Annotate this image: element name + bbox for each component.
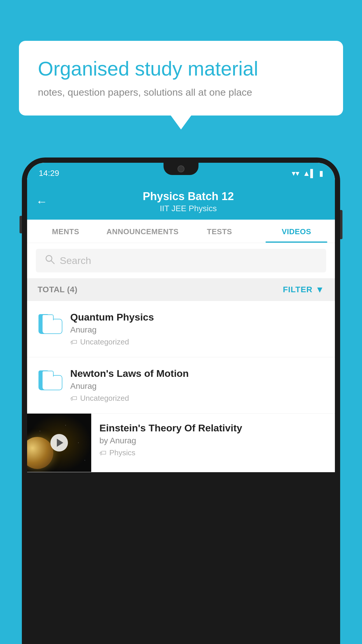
- phone-mockup: 14:29 ▾▾ ▲▌ ▮ ← Physics Batch 12 IIT JEE…: [22, 158, 340, 644]
- video-author: Anurag: [70, 325, 326, 335]
- tab-tests[interactable]: TESTS: [181, 220, 258, 243]
- video-tag: 🏷 Uncategorized: [70, 394, 326, 403]
- battery-icon: ▮: [319, 169, 323, 178]
- status-time: 14:29: [39, 169, 59, 178]
- phone-outer-shell: 14:29 ▾▾ ▲▌ ▮ ← Physics Batch 12 IIT JEE…: [22, 158, 340, 644]
- tag-label: Uncategorized: [80, 337, 129, 346]
- folder-front: [42, 375, 62, 390]
- list-item[interactable]: Newton's Laws of Motion Anurag 🏷 Uncateg…: [27, 357, 335, 414]
- tab-announcements[interactable]: ANNOUNCEMENTS: [104, 220, 181, 243]
- search-icon: [45, 254, 55, 267]
- folder-icon-container: [36, 368, 62, 394]
- total-count: TOTAL (4): [38, 285, 78, 294]
- filter-bar: TOTAL (4) FILTER ▼: [27, 278, 335, 301]
- video-item-info: Einstein's Theory Of Relativity by Anura…: [91, 414, 326, 466]
- video-title: Einstein's Theory Of Relativity: [99, 422, 326, 434]
- batch-tags: IIT JEE Physics: [53, 204, 323, 213]
- speech-bubble-subtitle: notes, question papers, solutions all at…: [38, 87, 324, 98]
- search-input[interactable]: Search: [60, 255, 91, 266]
- video-title: Quantum Physics: [70, 312, 326, 323]
- phone-notch: [164, 163, 198, 175]
- tab-ments[interactable]: MENTS: [27, 220, 104, 243]
- video-item-info: Newton's Laws of Motion Anurag 🏷 Uncateg…: [70, 368, 326, 403]
- camera: [178, 165, 184, 172]
- content-area: Quantum Physics Anurag 🏷 Uncategorized: [27, 301, 335, 472]
- speech-bubble-title: Organised study material: [38, 57, 324, 81]
- list-item[interactable]: Quantum Physics Anurag 🏷 Uncategorized: [27, 301, 335, 357]
- status-bar: 14:29 ▾▾ ▲▌ ▮: [27, 163, 335, 184]
- play-icon: [57, 439, 63, 447]
- volume-button: [20, 216, 22, 233]
- speech-bubble-section: Organised study material notes, question…: [19, 41, 343, 116]
- phone-screen: 14:29 ▾▾ ▲▌ ▮ ← Physics Batch 12 IIT JEE…: [27, 163, 335, 472]
- app-header: ← Physics Batch 12 IIT JEE Physics: [27, 184, 335, 220]
- video-item-info: Quantum Physics Anurag 🏷 Uncategorized: [70, 312, 326, 346]
- signal-icon: ▲▌: [303, 169, 316, 178]
- folder-icon: [38, 315, 59, 334]
- wifi-icon: ▾▾: [292, 169, 299, 178]
- video-author: by Anurag: [99, 436, 326, 445]
- folder-icon-container: [36, 312, 62, 338]
- filter-button[interactable]: FILTER ▼: [283, 285, 324, 295]
- tag-icon: 🏷: [70, 394, 77, 402]
- video-title: Newton's Laws of Motion: [70, 368, 326, 379]
- video-tag: 🏷 Uncategorized: [70, 337, 326, 346]
- video-tag: 🏷 Physics: [99, 448, 326, 457]
- back-button[interactable]: ←: [36, 195, 48, 208]
- header-title-block: Physics Batch 12 IIT JEE Physics: [53, 190, 323, 213]
- play-button[interactable]: [50, 434, 68, 452]
- batch-title: Physics Batch 12: [53, 190, 323, 203]
- search-bar[interactable]: Search: [36, 249, 326, 272]
- tag-icon: 🏷: [70, 338, 77, 346]
- tag-label: Uncategorized: [80, 394, 129, 403]
- video-author: Anurag: [70, 382, 326, 391]
- video-thumbnail: [27, 414, 91, 472]
- power-button: [340, 210, 342, 239]
- tab-videos[interactable]: VIDEOS: [258, 220, 335, 243]
- filter-icon: ▼: [315, 285, 324, 295]
- search-bar-container: Search: [27, 243, 335, 278]
- tabs-bar: MENTS ANNOUNCEMENTS TESTS VIDEOS: [27, 220, 335, 243]
- folder-icon: [38, 372, 59, 390]
- tag-icon: 🏷: [99, 449, 106, 457]
- svg-line-1: [51, 261, 54, 264]
- tag-label: Physics: [109, 448, 136, 457]
- speech-bubble-card: Organised study material notes, question…: [19, 41, 343, 116]
- list-item[interactable]: Einstein's Theory Of Relativity by Anura…: [27, 414, 335, 472]
- filter-label: FILTER: [283, 285, 312, 294]
- folder-front: [42, 319, 62, 334]
- status-icons: ▾▾ ▲▌ ▮: [292, 169, 323, 178]
